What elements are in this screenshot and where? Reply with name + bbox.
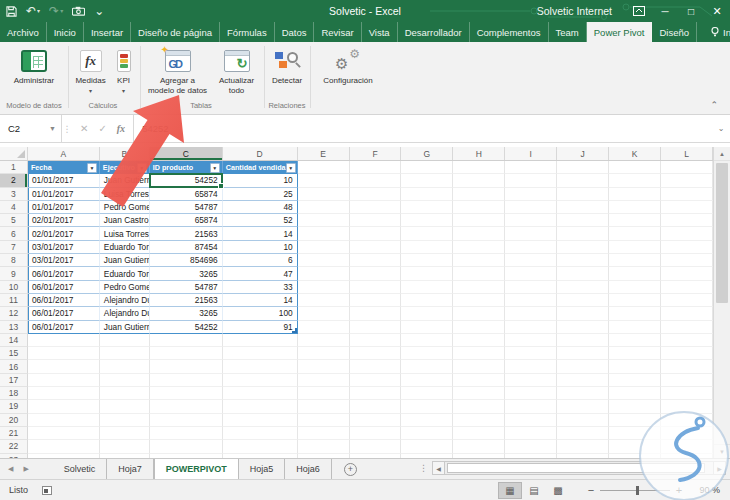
cell-H20[interactable] xyxy=(453,414,505,427)
cell-B2[interactable]: Juan Gutierrez xyxy=(100,174,150,187)
cell-F9[interactable] xyxy=(350,267,402,280)
row-header-1[interactable]: 1 xyxy=(0,161,28,174)
cell-L4[interactable] xyxy=(661,201,713,214)
cell-I4[interactable] xyxy=(505,201,557,214)
cell-B7[interactable]: Eduardo Torres xyxy=(100,241,150,254)
cell-G10[interactable] xyxy=(401,281,453,294)
vertical-scrollbar[interactable]: ▲ ▼ xyxy=(713,147,730,458)
cell-C2[interactable]: 54252 xyxy=(150,174,223,187)
horizontal-scroll-thumb[interactable] xyxy=(447,463,705,473)
row-header-12[interactable]: 12 xyxy=(0,307,28,320)
cell-K9[interactable] xyxy=(609,267,661,280)
filter-button[interactable]: ▼ xyxy=(210,163,220,173)
cell-A16[interactable] xyxy=(28,360,100,373)
scroll-up-icon[interactable]: ▲ xyxy=(714,147,730,161)
cell-D20[interactable] xyxy=(223,414,298,427)
cell-H14[interactable] xyxy=(453,334,505,347)
tab-inicio[interactable]: Inicio xyxy=(47,22,84,42)
row-header-11[interactable]: 11 xyxy=(0,294,28,307)
cell-B16[interactable] xyxy=(100,360,150,373)
cell-I7[interactable] xyxy=(505,241,557,254)
scroll-right-icon[interactable]: ▶ xyxy=(713,461,726,475)
cell-H11[interactable] xyxy=(453,294,505,307)
cell-L12[interactable] xyxy=(661,307,713,320)
cell-L6[interactable] xyxy=(661,227,713,240)
tab-fórmulas[interactable]: Fórmulas xyxy=(220,22,275,42)
cell-E10[interactable] xyxy=(298,281,350,294)
detectar-button[interactable]: Detectar xyxy=(272,44,302,86)
medidas-button[interactable]: fx Medidas ▾ xyxy=(75,44,105,94)
cell-E7[interactable] xyxy=(298,241,350,254)
cell-F7[interactable] xyxy=(350,241,402,254)
cell-F8[interactable] xyxy=(350,254,402,267)
sheet-tab-hoja6[interactable]: Hoja6 xyxy=(285,459,332,479)
customize-toolbar-button[interactable]: ⌄ xyxy=(94,5,104,17)
tab-revisar[interactable]: Revisar xyxy=(314,22,361,42)
cell-I18[interactable] xyxy=(505,387,557,400)
cell-L21[interactable] xyxy=(661,427,713,440)
page-break-view-button[interactable]: ▩ xyxy=(546,482,570,499)
cell-F4[interactable] xyxy=(350,201,402,214)
column-header-I[interactable]: I xyxy=(505,147,557,160)
cell-J13[interactable] xyxy=(557,321,609,334)
cell-A22[interactable] xyxy=(28,440,100,453)
cell-J1[interactable] xyxy=(557,161,609,174)
cell-E21[interactable] xyxy=(298,427,350,440)
cell-A18[interactable] xyxy=(28,387,100,400)
cell-L18[interactable] xyxy=(661,387,713,400)
cell-D1[interactable]: Cantidad vendida▼ xyxy=(223,161,298,174)
cell-I10[interactable] xyxy=(505,281,557,294)
cell-C13[interactable]: 54252 xyxy=(150,321,223,334)
row-header-6[interactable]: 6 xyxy=(0,227,28,240)
cell-D21[interactable] xyxy=(223,427,298,440)
formula-input[interactable]: 54252 xyxy=(134,115,712,142)
cell-J4[interactable] xyxy=(557,201,609,214)
row-header-18[interactable]: 18 xyxy=(0,387,28,400)
cell-J6[interactable] xyxy=(557,227,609,240)
cell-J20[interactable] xyxy=(557,414,609,427)
tab-team[interactable]: Team xyxy=(549,22,587,42)
cell-L17[interactable] xyxy=(661,374,713,387)
cell-A11[interactable]: 06/01/2017 xyxy=(28,294,100,307)
cell-B4[interactable]: Pedro Gomez xyxy=(100,201,150,214)
column-header-C[interactable]: C xyxy=(150,147,223,160)
tell-me-box[interactable]: Indicar xyxy=(703,22,730,42)
cell-E18[interactable] xyxy=(298,387,350,400)
cell-J8[interactable] xyxy=(557,254,609,267)
tab-power-pivot[interactable]: Power Pivot xyxy=(587,22,653,42)
cell-L15[interactable] xyxy=(661,347,713,360)
sheet-tab-powerpivot[interactable]: POWERPIVOT xyxy=(154,459,239,479)
cell-A2[interactable]: 01/01/2017 xyxy=(28,174,100,187)
column-header-E[interactable]: E xyxy=(298,147,350,160)
cell-B18[interactable] xyxy=(100,387,150,400)
cell-E14[interactable] xyxy=(298,334,350,347)
cell-K10[interactable] xyxy=(609,281,661,294)
cell-H5[interactable] xyxy=(453,214,505,227)
cell-H2[interactable] xyxy=(453,174,505,187)
cell-L20[interactable] xyxy=(661,414,713,427)
column-header-K[interactable]: K xyxy=(609,147,661,160)
tab-diseño-de-página[interactable]: Diseño de página xyxy=(131,22,220,42)
administrar-button[interactable]: Administrar xyxy=(14,44,54,86)
redo-button[interactable]: ↷▾ xyxy=(49,5,63,17)
cell-E15[interactable] xyxy=(298,347,350,360)
row-header-21[interactable]: 21 xyxy=(0,427,28,440)
cell-C14[interactable] xyxy=(150,334,223,347)
normal-view-button[interactable]: ▦ xyxy=(498,482,522,499)
cell-G15[interactable] xyxy=(401,347,453,360)
cell-D8[interactable]: 6 xyxy=(223,254,298,267)
cell-D5[interactable]: 52 xyxy=(223,214,298,227)
cell-H16[interactable] xyxy=(453,360,505,373)
cell-G4[interactable] xyxy=(401,201,453,214)
cell-B3[interactable]: Luisa Torres xyxy=(100,188,150,201)
scroll-left-icon[interactable]: ◀ xyxy=(432,461,445,475)
cell-I15[interactable] xyxy=(505,347,557,360)
cell-J19[interactable] xyxy=(557,400,609,413)
cell-H21[interactable] xyxy=(453,427,505,440)
cell-L19[interactable] xyxy=(661,400,713,413)
cell-H9[interactable] xyxy=(453,267,505,280)
cell-J7[interactable] xyxy=(557,241,609,254)
cell-E17[interactable] xyxy=(298,374,350,387)
cell-J5[interactable] xyxy=(557,214,609,227)
cell-K1[interactable] xyxy=(609,161,661,174)
